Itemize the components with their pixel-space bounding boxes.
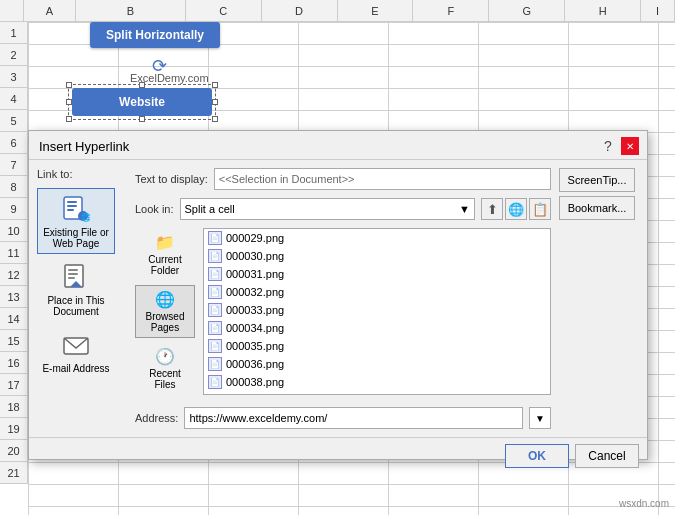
- svg-rect-1: [67, 201, 77, 203]
- row-15: 15: [0, 330, 28, 352]
- col-d: D: [262, 0, 338, 21]
- row-13: 13: [0, 286, 28, 308]
- file-item[interactable]: 📄000038.png: [204, 373, 550, 391]
- recent-files-icon: 🕐: [155, 347, 175, 366]
- browsed-pages-label: Browsed Pages: [138, 311, 192, 333]
- col-b: B: [76, 0, 186, 21]
- exceldemy-text: ExcelDemy.com: [130, 72, 209, 84]
- current-folder-btn[interactable]: 📁 Current Folder: [135, 228, 195, 281]
- file-list[interactable]: 📄000029.png📄000030.png📄000031.png📄000032…: [203, 228, 551, 395]
- cell-b2: Split Horizontally: [90, 22, 220, 48]
- bookmark-button[interactable]: Bookmark...: [559, 196, 635, 220]
- link-place-in-doc[interactable]: Place in This Document: [37, 256, 115, 322]
- file-item-name: 000031.png: [226, 268, 284, 280]
- file-item-name: 000035.png: [226, 340, 284, 352]
- row-6: 6: [0, 132, 28, 154]
- row-8: 8: [0, 176, 28, 198]
- file-item[interactable]: 📄000033.png: [204, 301, 550, 319]
- dialog-help-button[interactable]: ?: [599, 137, 617, 155]
- file-item-name: 000032.png: [226, 286, 284, 298]
- look-in-buttons: ⬆ 🌐 📋: [481, 198, 551, 220]
- file-list-area: 📁 Current Folder 🌐 Browsed Pages 🕐 Recen…: [135, 228, 551, 395]
- file-item[interactable]: 📄000030.png: [204, 247, 550, 265]
- row-9: 9: [0, 198, 28, 220]
- file-item-name: 000030.png: [226, 250, 284, 262]
- insert-hyperlink-dialog: Insert Hyperlink ? ✕ Link to:: [28, 130, 648, 460]
- file-sidebar: 📁 Current Folder 🌐 Browsed Pages 🕐 Recen…: [135, 228, 195, 395]
- file-item-icon: 📄: [208, 375, 222, 389]
- ok-button[interactable]: OK: [505, 444, 569, 468]
- split-horizontally-button[interactable]: Split Horizontally: [90, 22, 220, 48]
- recent-files-btn[interactable]: 🕐 Recent Files: [135, 342, 195, 395]
- watermark: wsxdn.com: [619, 498, 669, 509]
- dialog-window-controls: ? ✕: [599, 137, 639, 155]
- cancel-button[interactable]: Cancel: [575, 444, 639, 468]
- col-h: H: [565, 0, 641, 21]
- svg-rect-7: [68, 269, 78, 271]
- text-to-display-input[interactable]: [214, 168, 551, 190]
- file-item[interactable]: 📄000032.png: [204, 283, 550, 301]
- file-item[interactable]: 📄000036.png: [204, 355, 550, 373]
- look-in-label: Look in:: [135, 203, 174, 215]
- look-in-select[interactable]: Split a cell ▼: [180, 198, 475, 220]
- col-a: A: [24, 0, 76, 21]
- row-1: 1: [0, 22, 28, 44]
- look-in-row: Look in: Split a cell ▼ ⬆ 🌐 📋: [135, 198, 551, 220]
- row-12: 12: [0, 264, 28, 286]
- place-in-doc-label: Place in This Document: [40, 295, 112, 317]
- file-item[interactable]: 📄000034.png: [204, 319, 550, 337]
- recent-files-label: Recent Files: [138, 368, 192, 390]
- email-label: E-mail Address: [42, 363, 109, 374]
- look-in-recent-btn[interactable]: 📋: [529, 198, 551, 220]
- col-f: F: [413, 0, 489, 21]
- row-3: 3: [0, 66, 28, 88]
- look-in-value: Split a cell: [185, 203, 235, 215]
- link-to-section: Link to: 🌐 Existing File or Web Page: [37, 168, 127, 429]
- existing-file-icon: 🌐: [60, 193, 92, 225]
- file-item-name: 000034.png: [226, 322, 284, 334]
- spreadsheet: A B C D E F G H I 1 2 3 4 5 6 7 8 9 10 1…: [0, 0, 675, 515]
- look-in-dropdown-icon: ▼: [459, 203, 470, 215]
- file-item-icon: 📄: [208, 231, 222, 245]
- file-item[interactable]: 📄000029.png: [204, 229, 550, 247]
- current-folder-icon: 📁: [155, 233, 175, 252]
- svg-rect-3: [67, 209, 74, 211]
- link-existing-file[interactable]: 🌐 Existing File or Web Page: [37, 188, 115, 254]
- text-to-display-row: Text to display:: [135, 168, 551, 190]
- file-item-icon: 📄: [208, 339, 222, 353]
- file-item-name: 000036.png: [226, 358, 284, 370]
- email-icon: [60, 329, 92, 361]
- col-e: E: [338, 0, 414, 21]
- row-11: 11: [0, 242, 28, 264]
- col-g: G: [489, 0, 565, 21]
- browsed-pages-icon: 🌐: [155, 290, 175, 309]
- look-in-folder-up-btn[interactable]: ⬆: [481, 198, 503, 220]
- dialog-right-buttons: ScreenTip... Bookmark...: [559, 168, 639, 429]
- corner-header: [0, 0, 24, 21]
- place-in-doc-icon: [60, 261, 92, 293]
- screentip-button[interactable]: ScreenTip...: [559, 168, 635, 192]
- file-item-name: 000029.png: [226, 232, 284, 244]
- file-item[interactable]: 📄000031.png: [204, 265, 550, 283]
- look-in-web-btn[interactable]: 🌐: [505, 198, 527, 220]
- col-c: C: [186, 0, 262, 21]
- website-button[interactable]: Website: [72, 88, 212, 116]
- browsed-pages-btn[interactable]: 🌐 Browsed Pages: [135, 285, 195, 338]
- address-input[interactable]: [184, 407, 523, 429]
- cell-b4-area: Website: [72, 88, 212, 116]
- svg-rect-9: [68, 277, 75, 279]
- svg-text:🌐: 🌐: [81, 212, 91, 222]
- existing-file-label: Existing File or Web Page: [40, 227, 112, 249]
- file-item[interactable]: 📄000035.png: [204, 337, 550, 355]
- link-email[interactable]: E-mail Address: [37, 324, 115, 379]
- row-20: 20: [0, 440, 28, 462]
- dialog-close-button[interactable]: ✕: [621, 137, 639, 155]
- row-4: 4: [0, 88, 28, 110]
- address-dropdown-btn[interactable]: ▼: [529, 407, 551, 429]
- row-21: 21: [0, 462, 28, 484]
- row-18: 18: [0, 396, 28, 418]
- file-item-name: 000038.png: [226, 376, 284, 388]
- address-row: Address: ▼: [135, 407, 551, 429]
- file-item-icon: 📄: [208, 321, 222, 335]
- website-button-wrapper: Website: [72, 88, 212, 116]
